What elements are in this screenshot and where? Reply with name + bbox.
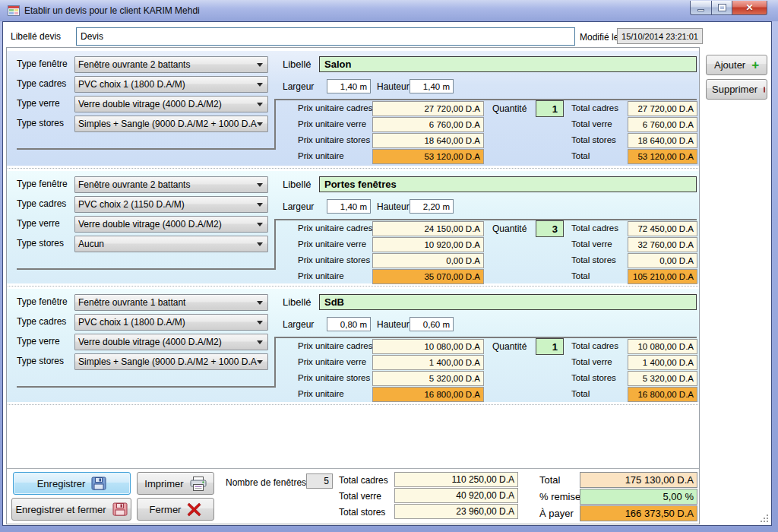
total-verre-label: Total verre [571,357,612,366]
pu-stores-field: 0,00 D.A [372,253,484,268]
type-verre-select[interactable]: Verre double vitrage (4000 D.A/M2) [74,216,268,233]
total-field: 16 800,00 D.A [628,387,697,402]
type-stores-select[interactable]: Aucun [74,236,268,252]
devis-lines-panel: Type fenêtre Fenêtre ouvrante 2 battants… [6,47,700,524]
largeur-field[interactable]: 1,40 m [327,79,371,93]
quantite-field[interactable]: 3 [536,220,564,237]
remise-label: % remise [539,491,580,502]
total-stores-label: Total stores [571,135,616,144]
libelle-devis-input[interactable] [76,27,575,46]
fermer-button-label: Fermer [150,504,182,515]
enregistrer-button[interactable]: Enregistrer [13,472,131,495]
minimize-button[interactable] [690,1,712,15]
price-group-divider [274,337,276,388]
type-cadres-label: Type cadres [17,198,66,209]
pu-cadres-field: 27 720,00 D.A [372,101,484,116]
total-stores-field: 5 320,00 D.A [628,371,697,386]
a-payer-field: 166 373,50 D.A [580,505,697,521]
window-line-section-sdb[interactable]: Type fenêtre Fenêtre ouvrante 1 battant … [7,289,699,402]
floppy-red-icon [112,502,128,516]
maximize-button[interactable] [712,1,732,15]
pu-stores-field: 5 320,00 D.A [372,371,484,386]
price-group-divider [276,99,697,100]
enregistrer-et-fermer-button-label: Enregistrer et fermer [15,504,106,515]
chevron-down-icon [257,122,263,126]
footer-total-cadres-field: 110 250,00 D.A [394,472,518,487]
largeur-field[interactable]: 0,80 m [327,317,371,331]
app-window: Etablir un devis pour le client KARIM Me… [0,0,778,532]
quantite-field[interactable]: 1 [536,100,564,117]
imprimer-button-label: Imprimer [144,478,183,489]
type-verre-label: Type verre [17,336,60,347]
enregistrer-et-fermer-button[interactable]: Enregistrer et fermer [11,498,131,521]
quantite-field[interactable]: 1 [536,338,564,355]
quantite-label: Quantité [492,223,527,234]
price-group-divider [17,268,276,270]
total-verre-label: Total verre [571,119,612,128]
supprimer-button-label: Supprimer [712,84,757,95]
type-fenetre-select[interactable]: Fenêtre ouvrante 1 battant [74,294,268,311]
libelle-field[interactable]: SdB [319,294,697,310]
imprimer-button[interactable]: Imprimer [137,472,214,495]
red-x-icon [187,502,201,517]
type-cadres-select[interactable]: PVC choix 1 (1800 D.A/M) [74,76,268,93]
type-fenetre-select[interactable]: Fenêtre ouvrante 2 battants [74,56,268,73]
close-window-button[interactable]: ✕ [732,1,767,15]
footer-total-label: Total [539,474,560,486]
hauteur-label: Hauteur [377,201,410,212]
libelle-field[interactable]: Portes fenêtres [319,176,697,192]
ajouter-button-label: Ajouter [714,59,745,71]
total-label: Total [571,389,590,398]
pu-cadres-field: 24 150,00 D.A [372,221,484,236]
type-fenetre-select[interactable]: Fenêtre ouvrante 2 battants [74,176,268,193]
total-verre-field: 6 760,00 D.A [628,117,697,132]
quantite-label: Quantité [492,103,527,114]
type-stores-select[interactable]: Simples + Sangle (9000 D.A/M2 + 1000 D.A… [74,116,268,132]
type-verre-select[interactable]: Verre double vitrage (4000 D.A/M2) [74,334,268,350]
largeur-field[interactable]: 1,40 m [327,199,371,214]
price-group-divider [276,337,697,338]
ajouter-button[interactable]: Ajouter + [706,55,767,75]
libelle-label: Libellé [283,59,312,70]
pu-verre-field: 6 760,00 D.A [372,117,484,132]
section-separator [8,168,698,169]
chevron-down-icon [257,360,263,364]
type-fenetre-value: Fenêtre ouvrante 2 battants [78,59,257,70]
type-stores-value: Aucun [78,239,257,249]
footer-total-stores-label: Total stores [339,507,385,518]
section-separator [8,404,698,405]
window-line-section-salon[interactable]: Type fenêtre Fenêtre ouvrante 2 battants… [7,51,699,166]
close-icon: ✕ [745,2,753,13]
hauteur-field[interactable]: 2,20 m [410,199,454,214]
resize-grip[interactable] [760,514,769,523]
pu-cadres-label: Prix unitaire cadres [298,341,372,350]
total-cadres-label: Total cadres [571,223,618,233]
remise-field[interactable]: 5,00 % [580,489,697,505]
libelle-field[interactable]: Salon [319,56,697,72]
type-cadres-select[interactable]: PVC choix 2 (1150 D.A/M) [74,196,268,213]
type-fenetre-label: Type fenêtre [17,296,68,307]
minus-icon [764,87,765,93]
footer-total-cadres-label: Total cadres [339,475,388,486]
pu-stores-label: Prix unitaire stores [298,135,370,144]
price-group-divider [274,219,276,270]
type-verre-select[interactable]: Verre double vitrage (4000 D.A/M2) [74,96,268,112]
fermer-button[interactable]: Fermer [137,498,214,521]
supprimer-button[interactable]: Supprimer [706,79,767,100]
hauteur-field[interactable]: 1,40 m [410,79,454,93]
pu-stores-field: 18 640,00 D.A [372,133,484,148]
window-line-section-portes-fenetres[interactable]: Type fenêtre Fenêtre ouvrante 2 battants… [7,171,699,283]
total-verre-field: 32 760,00 D.A [628,237,697,252]
price-group-divider [17,386,276,388]
section-separator [8,286,698,287]
chevron-down-icon [257,340,263,344]
type-stores-label: Type stores [17,118,64,128]
type-stores-select[interactable]: Simples + Sangle (9000 D.A/M2 + 1000 D.A… [74,353,268,370]
title-bar[interactable]: Etablir un devis pour le client KARIM Me… [0,0,778,21]
hauteur-field[interactable]: 0,60 m [410,317,454,331]
price-group-divider [276,219,697,220]
form-icon [8,5,20,17]
printer-icon [190,477,207,491]
type-cadres-select[interactable]: PVC choix 1 (1800 D.A/M) [74,314,268,331]
type-fenetre-label: Type fenêtre [17,179,68,189]
